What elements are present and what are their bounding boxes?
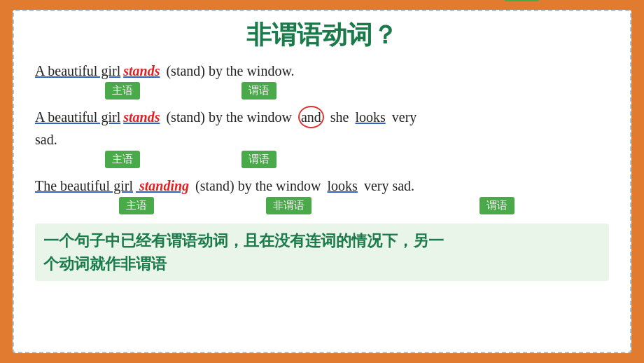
s3-label-subject: 主语 bbox=[119, 197, 154, 214]
s3-label-predicate: 谓语 bbox=[479, 197, 514, 214]
s2-and-circle: and bbox=[298, 106, 324, 128]
s2-she: she bbox=[327, 106, 353, 128]
summary-section: 一个句子中已经有谓语动词，且在没有连词的情况下，另一个动词就作非谓语 bbox=[35, 224, 609, 281]
s2-verb: stands bbox=[123, 106, 160, 128]
s3-label-nonpredicate: 非谓语 bbox=[266, 197, 312, 214]
s2-labels: 主语 谓语 bbox=[35, 151, 609, 170]
s1-subject: A beautiful girl bbox=[35, 60, 120, 82]
sentence-line-1: A beautiful girl stands (stand) by the w… bbox=[35, 60, 609, 82]
s3-labels: 主语 非谓语 谓语 bbox=[35, 197, 609, 217]
s3-looks: looks bbox=[328, 174, 358, 197]
sentence-line-3: The beautiful girl standing (stand) by t… bbox=[35, 174, 609, 197]
s2-very: very bbox=[388, 106, 417, 128]
page-title: 非谓语动词？ bbox=[35, 18, 609, 53]
s2-label-predicate1: 谓语 bbox=[241, 151, 276, 168]
summary-text: 一个句子中已经有谓语动词，且在没有连词的情况下，另一个动词就作非谓语 bbox=[43, 229, 601, 275]
s1-label-subject: 主语 bbox=[105, 82, 140, 100]
s2-label-predicate2: 谓语 bbox=[504, 0, 539, 1]
sentence-line-2b: sad. bbox=[35, 128, 609, 151]
s3-subject: The beautiful girl bbox=[35, 174, 133, 197]
s2-label-subject: 主语 bbox=[105, 151, 140, 168]
s1-label-predicate: 谓语 bbox=[241, 82, 276, 100]
main-container: 非谓语动词？ A beautiful girl stands (stand) b… bbox=[13, 10, 631, 353]
s3-participle: standing bbox=[136, 174, 189, 197]
sentence-line-2a: A beautiful girl stands (stand) by the w… bbox=[35, 106, 609, 131]
s2-subject: A beautiful girl bbox=[35, 106, 120, 128]
content-area: A beautiful girl stands (stand) by the w… bbox=[35, 60, 609, 345]
s3-rest: very sad. bbox=[360, 174, 414, 197]
s1-verb: stands bbox=[123, 60, 160, 82]
s2-sad: sad. bbox=[35, 128, 57, 151]
s3-mid: (stand) by the window bbox=[192, 174, 324, 197]
sentence-block-3: The beautiful girl standing (stand) by t… bbox=[35, 174, 609, 217]
sentence-block-2: A beautiful girl stands (stand) by the w… bbox=[35, 106, 609, 170]
s2-looks: looks bbox=[355, 106, 385, 128]
s2-mid: (stand) by the window bbox=[162, 106, 295, 128]
sentence-block-1: A beautiful girl stands (stand) by the w… bbox=[35, 60, 609, 102]
s1-labels: 主语 谓语 bbox=[35, 82, 609, 102]
s1-rest: (stand) by the window. bbox=[162, 60, 294, 82]
